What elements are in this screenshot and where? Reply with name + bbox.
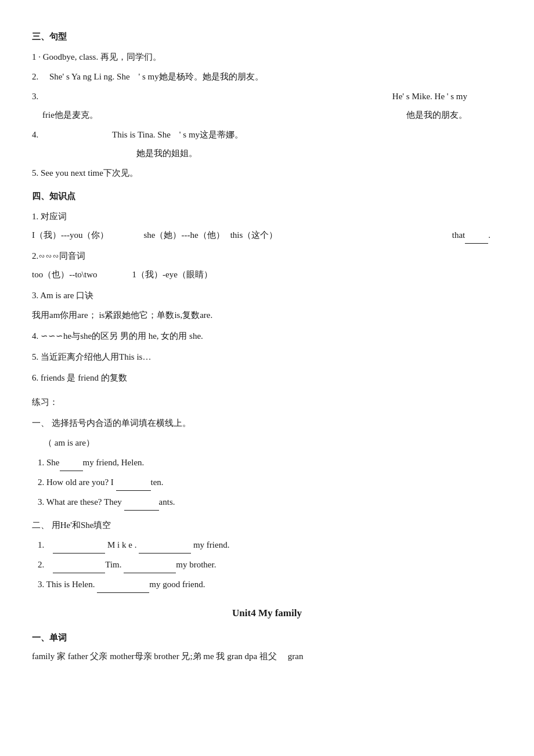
k1-blank (465, 233, 488, 244)
exercise1-item2: 2. How old are you? I ten. (38, 473, 502, 491)
knowledge2-title: 2.∽∽∽同音词 (32, 247, 502, 265)
knowledge1-title: 1. 对应词 (32, 208, 502, 225)
sentence3-row1: 3. He' s Mike. He ' s my (32, 88, 502, 105)
sentence3-spacer2 (98, 106, 406, 124)
exercise2-item1: 1. M i k e . my friend. (38, 536, 502, 554)
sentence4-row1: 4. This is Tina. She ' s my这是蒂娜。 (32, 126, 502, 143)
knowledge1-row: I（我）---you（你） she（她）---he（他） this（这个） th… (32, 226, 502, 244)
exercise-title: 练习： (32, 393, 502, 411)
k1-i: I（我）---you（你） (32, 226, 109, 244)
unit4-title: Unit4 My family (32, 603, 502, 623)
knowledge2-row: too（也）--to\two 1（我）-eye（眼睛） (32, 266, 502, 283)
unit4-vocab: family 家 father 父亲 mother母亲 brother 兄;弟 … (32, 648, 502, 665)
sentence4-text: This is Tina. She ' s my这是蒂娜。 (112, 126, 243, 143)
unit4-section1-title: 一、单词 (32, 629, 502, 646)
sentence1-num: 1 (32, 52, 37, 62)
sentence4-num: 4. (32, 126, 42, 143)
sentence3-row2: frie他是麦克。 他是我的朋友。 (32, 106, 502, 124)
knowledge3-title: 3. Am is are 口诀 (32, 287, 502, 304)
sentence3-frie: frie他是麦克。 (42, 106, 98, 124)
sentence2: 2. She' s Ya ng Li ng. She ' s my她是杨玲。她是… (32, 68, 502, 85)
sentence2-num: 2. (32, 72, 47, 81)
exercise2-title: 二、 用He'和She填空 (32, 516, 502, 534)
exercise1-item1: 1. Shemy friend, Helen. (38, 454, 502, 471)
sentence5: 5. See you next time下次见。 (32, 164, 502, 182)
sentence4-sub: 她是我的姐姐。 (136, 149, 197, 158)
exercise1-title: 一、 选择括号内合适的单词填在横线上。 (32, 414, 502, 432)
section3-title: 三、句型 (32, 29, 502, 45)
knowledge6-title: 6. friends 是 friend 的复数 (32, 369, 502, 386)
sentence4-row2: 她是我的姐姐。 (32, 144, 502, 162)
k1-she: she（她）---he（他） (143, 226, 224, 244)
sentence1-text: Goodbye, class. 再见，同学们。 (43, 52, 161, 62)
sentence3-block: 3. He' s Mike. He ' s my frie他是麦克。 他是我的朋… (32, 88, 502, 124)
sentence3-spacer (42, 88, 392, 105)
sentence4-spacer (42, 126, 112, 143)
exercise1-item3: 3. What are these? They ants. (38, 493, 502, 511)
exercise2-item2: 2. Tim. my brother. (38, 556, 502, 573)
knowledge3-text: 我用am你用are； is紧跟她他它；单数is,复数are. (32, 306, 502, 324)
k1-that: that. (452, 226, 490, 244)
sentence4-block: 4. This is Tina. She ' s my这是蒂娜。 她是我的姐姐。 (32, 126, 502, 162)
k1-this: this（这个） (230, 226, 278, 244)
sentence3-left2 (32, 106, 42, 124)
sentence2-text: She' s Ya ng Li ng. She ' s my她是杨玲。她是我的朋… (49, 72, 264, 81)
knowledge4-title: 4. ∽∽∽he与she的区另 男的用 he, 女的用 she. (32, 327, 502, 345)
sentence3-friend-text: 他是我的朋友。 (406, 106, 502, 124)
exercise1-options: （ am is are） (44, 434, 502, 451)
section4-title: 四、知识点 (32, 189, 502, 204)
sentence3-num: 3. (32, 88, 42, 105)
sentence3-right: He' s Mike. He ' s my (392, 88, 502, 105)
sentence1: 1 · Goodbye, class. 再见，同学们。 (32, 48, 502, 66)
exercise2-item3: 3. This is Helen. my good friend. (38, 576, 502, 593)
sentence1-dot: · (38, 52, 41, 62)
knowledge5-title: 5. 当近距离介绍他人用This is… (32, 348, 502, 366)
